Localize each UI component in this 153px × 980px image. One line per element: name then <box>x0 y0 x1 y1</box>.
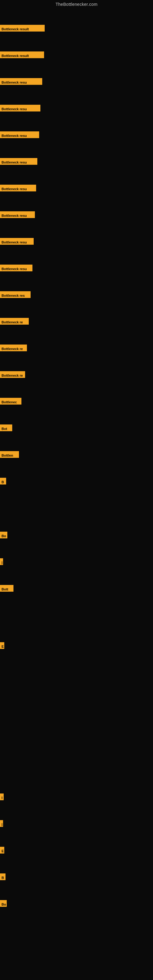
bar-label: I <box>0 794 4 800</box>
bar-row: Bottlenec <box>0 398 21 404</box>
bar-row: E <box>0 847 4 854</box>
bar-label: | <box>0 558 3 565</box>
bar-label: E <box>0 642 4 649</box>
bar-label: Bottleneck resu <box>0 185 36 191</box>
bar-row: Bo <box>0 531 7 538</box>
bar-label: Bottleneck resu <box>0 158 37 165</box>
bar-row: Bottleneck resu <box>0 265 32 271</box>
bar-label: Bo <box>0 531 7 538</box>
site-title: TheBottlenecker.com <box>0 0 153 8</box>
bar-row: Bottleneck resu <box>0 131 39 138</box>
bar-row: Bott <box>0 585 13 592</box>
bar-row: Bottleneck re <box>0 371 25 378</box>
bar-label: Bottlen <box>0 451 19 458</box>
bar-label: Bottleneck resu <box>0 131 39 138</box>
bar-label: Bottleneck resu <box>0 78 42 85</box>
bar-label: Bottlenec <box>0 398 21 404</box>
bar-row: I <box>0 794 4 800</box>
bar-label: B <box>0 478 6 485</box>
bar-row: B <box>0 478 6 485</box>
bar-row: | <box>0 820 3 827</box>
bar-label: Bott <box>0 585 13 592</box>
bar-label: Bottleneck resu <box>0 105 40 111</box>
bar-label: E <box>0 847 4 854</box>
bar-label: Bottleneck resu <box>0 265 32 271</box>
bar-row: | <box>0 558 3 565</box>
bar-label: | <box>0 820 3 827</box>
bar-label: Bottleneck re <box>0 371 25 378</box>
bar-row: Bottleneck result <box>0 25 45 32</box>
bar-row: Bottlen <box>0 451 19 458</box>
bar-label: Bottleneck re <box>0 345 27 351</box>
bar-row: Bottleneck resu <box>0 211 35 218</box>
bar-label: Bot <box>0 425 12 431</box>
bar-row: Bottleneck resu <box>0 185 36 191</box>
bar-label: Bottleneck resu <box>0 211 35 218</box>
bar-row: Bottleneck resu <box>0 158 37 165</box>
bar-label: Bottleneck res <box>0 291 30 298</box>
bar-row: Bottleneck re <box>0 318 29 325</box>
bar-row: E <box>0 642 4 649</box>
bar-row: Bot <box>0 425 12 431</box>
bar-row: Bottleneck resu <box>0 78 42 85</box>
bar-label: Bottleneck result <box>0 51 44 58</box>
bar-row: Bottleneck resu <box>0 105 40 111</box>
bar-label: B <box>0 873 5 880</box>
bar-row: Bottleneck result <box>0 51 44 58</box>
bar-row: Bo <box>0 900 7 907</box>
bar-row: Bottleneck re <box>0 345 27 351</box>
bar-label: Bottleneck re <box>0 318 29 325</box>
bar-label: Bottleneck result <box>0 25 45 32</box>
bar-row: Bottleneck resu <box>0 238 33 245</box>
bar-row: Bottleneck res <box>0 291 30 298</box>
bar-label: Bottleneck resu <box>0 238 33 245</box>
bar-row: B <box>0 873 5 880</box>
bar-label: Bo <box>0 900 7 907</box>
